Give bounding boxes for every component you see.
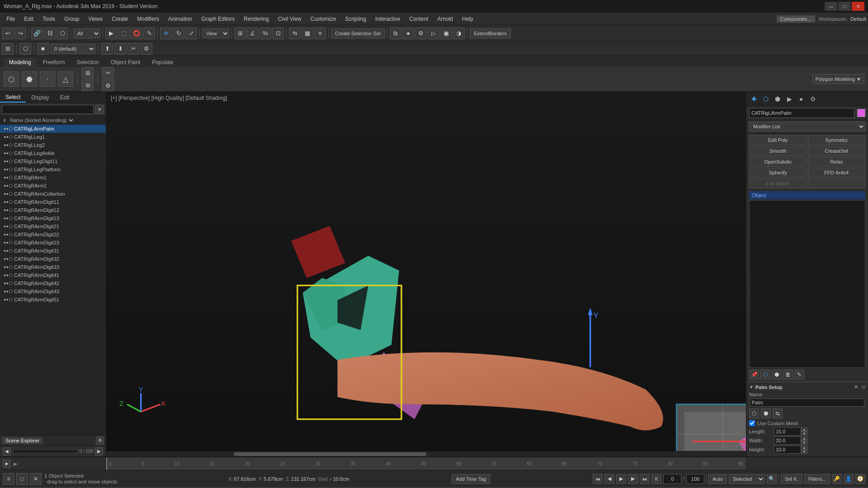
scene-item-5[interactable]: ●●⬡ CATRigLLegPlatform <box>0 165 106 174</box>
ribbon-tab-freeform[interactable]: Freeform <box>38 58 71 67</box>
unlink-button[interactable]: ⛓ <box>44 28 56 39</box>
total-frames-input[interactable] <box>686 474 704 484</box>
search-key-button[interactable]: 🔍 <box>767 474 777 484</box>
edit-poly-button[interactable]: Edit Poly <box>749 135 807 145</box>
ribbon-tab-object-paint[interactable]: Object Paint <box>105 58 146 67</box>
open-subdiv-button[interactable]: OpenSubdiv <box>749 157 807 167</box>
ribbon-small-btn2[interactable]: ⧉ <box>82 80 94 91</box>
close-palm-section-button[interactable]: ✕ <box>854 384 858 390</box>
search-input[interactable] <box>2 105 94 114</box>
toolbar2-btn3[interactable]: ■ <box>37 43 49 55</box>
scene-item-9[interactable]: ●●⬡ CATRigRArmDigit11 <box>0 198 106 206</box>
spherify-button[interactable]: Spherify <box>749 168 807 178</box>
ribbon-polygon-icon[interactable]: ⬡ <box>4 71 19 87</box>
align-button[interactable]: ≡ <box>314 28 326 39</box>
toolbar2-btn5[interactable]: ⬇ <box>114 43 126 55</box>
menu-interactive[interactable]: Interactive <box>371 14 405 23</box>
ribbon-face-icon[interactable]: △ <box>58 71 73 87</box>
render-setup-button[interactable]: ⚙ <box>415 28 427 39</box>
extend-borders-button[interactable]: ExtendBorders <box>470 28 511 38</box>
spinner-snap-button[interactable]: ⊡ <box>272 28 284 39</box>
ribbon-tab-populate[interactable]: Populate <box>146 58 179 67</box>
edit-spline-button[interactable]: Edit Spline <box>749 178 807 188</box>
schematic-view-button[interactable]: ⧉ <box>390 28 401 39</box>
modify-panel-icon[interactable]: ⬡ <box>761 94 771 104</box>
play-button[interactable]: ▶ <box>616 474 626 484</box>
tab-select[interactable]: Select <box>0 92 26 103</box>
ribbon-small-btn3[interactable]: ✂ <box>102 67 114 79</box>
menu-civil-view[interactable]: Civil View <box>274 14 306 23</box>
goto-start-button[interactable]: ⏮ <box>593 474 603 484</box>
menu-graph-editors[interactable]: Graph Editors <box>197 14 239 23</box>
length-down[interactable]: ▼ <box>801 432 807 436</box>
ribbon-small-btn1[interactable]: ⊞ <box>82 67 94 79</box>
tab-edit[interactable]: Edit <box>55 92 75 103</box>
symmetry-button[interactable]: Symmetry <box>808 135 866 145</box>
scene-item-6[interactable]: ●●⬡ CATRigRArm1 <box>0 174 106 182</box>
palm-flip-button[interactable]: ⇆ <box>773 408 783 418</box>
menu-views[interactable]: Views <box>84 14 107 23</box>
nav-icon-button[interactable]: 🧭 <box>855 474 865 484</box>
scene-item-20[interactable]: ●●⬡ CATRigRArmDigit43 <box>0 287 106 296</box>
toolbar2-btn7[interactable]: ⚙ <box>141 43 152 55</box>
scene-item-14[interactable]: ●●⬡ CATRigRArmDigit23 <box>0 239 106 247</box>
width-down[interactable]: ▼ <box>801 441 807 445</box>
menu-content[interactable]: Content <box>405 14 433 23</box>
viewport-hscroll[interactable] <box>106 451 746 456</box>
menu-group[interactable]: Group <box>60 14 84 23</box>
next-frame-btn[interactable]: ▶ <box>95 447 103 455</box>
smooth-button[interactable]: Smooth <box>749 146 807 156</box>
length-up[interactable]: ▲ <box>801 427 807 432</box>
menu-create[interactable]: Create <box>107 14 132 23</box>
user-badge[interactable]: Coreycontre... <box>777 15 815 23</box>
scale-button[interactable]: ⤢ <box>185 28 197 39</box>
height-down[interactable]: ▼ <box>801 450 807 454</box>
hierarchy-panel-icon[interactable]: ⬢ <box>773 94 783 104</box>
height-up[interactable]: ▲ <box>801 446 807 450</box>
toolbar2-btn4[interactable]: ⬆ <box>101 43 113 55</box>
render-frame-button[interactable]: ▣ <box>440 28 452 39</box>
custom-mesh-checkbox[interactable] <box>749 420 755 426</box>
scene-item-12[interactable]: ●●⬡ CATRigRArmDigit21 <box>0 222 106 230</box>
prev-frame-button[interactable]: ◀ <box>604 474 614 484</box>
hscroll-thumb[interactable] <box>234 452 426 456</box>
ribbon-tab-modeling[interactable]: Modeling <box>4 58 37 67</box>
material-editor-button[interactable]: ● <box>402 28 414 39</box>
display-panel-icon[interactable]: ● <box>796 94 806 104</box>
filter-dropdown[interactable]: All <box>73 28 100 38</box>
bind-button[interactable]: ⬡ <box>57 28 68 39</box>
array-button[interactable]: ▦ <box>302 28 313 39</box>
palm-copy-button[interactable]: ⬡ <box>749 408 759 418</box>
clear-search-button[interactable]: ✕ <box>95 105 104 114</box>
sort-dropdown[interactable]: Name (Sorted Ascending) <box>8 117 75 123</box>
next-frame-button[interactable]: ▶ <box>628 474 638 484</box>
scene-item-0[interactable]: ●● ⬡ CATRigLArmPalm <box>0 125 106 133</box>
view-dropdown[interactable]: View <box>202 28 229 38</box>
ribbon-vertex-icon[interactable]: · <box>40 71 55 87</box>
viewport[interactable]: [+] [Perspective] [High Quality] [Defaul… <box>106 92 746 456</box>
menu-file[interactable]: File <box>2 14 19 23</box>
scene-item-18[interactable]: ●●⬡ CATRigRArmDigit41 <box>0 271 106 279</box>
menu-help[interactable]: Help <box>458 14 478 23</box>
percent-snap-button[interactable]: % <box>259 28 271 39</box>
toolbar2-btn6[interactable]: ✂ <box>127 43 139 55</box>
move-button[interactable]: ✛ <box>160 28 172 39</box>
key-mode-button[interactable]: K <box>651 474 661 484</box>
snap-button[interactable]: ⊞ <box>234 28 246 39</box>
active-shade-button[interactable]: ◑ <box>453 28 465 39</box>
select-region-button[interactable]: ⬚ <box>118 28 130 39</box>
redo-button[interactable]: ↪ <box>14 28 26 39</box>
timeline-track[interactable]: 0 5 10 15 20 25 30 35 40 45 50 55 60 65 … <box>106 457 746 470</box>
scene-item-2[interactable]: ●●⬡ CATRigLLeg2 <box>0 141 106 149</box>
scene-item-16[interactable]: ●●⬡ CATRigRArmDigit32 <box>0 255 106 263</box>
goto-end-button[interactable]: ⏭ <box>640 474 650 484</box>
crease-set-button[interactable]: CreaseSet <box>808 146 866 156</box>
motion-panel-icon[interactable]: ▶ <box>784 94 794 104</box>
status-icon-btn2[interactable]: □ <box>16 473 28 485</box>
object-color-swatch[interactable] <box>857 109 865 117</box>
prev-frame-btn[interactable]: ◀ <box>3 447 11 455</box>
menu-tools[interactable]: Tools <box>38 14 60 23</box>
scene-item-7[interactable]: ●●⬡ CATRigRArm2 <box>0 182 106 190</box>
menu-scripting[interactable]: Scripting <box>340 14 371 23</box>
scene-item-3[interactable]: ●●⬡ CATRigLLegAnkle <box>0 149 106 157</box>
